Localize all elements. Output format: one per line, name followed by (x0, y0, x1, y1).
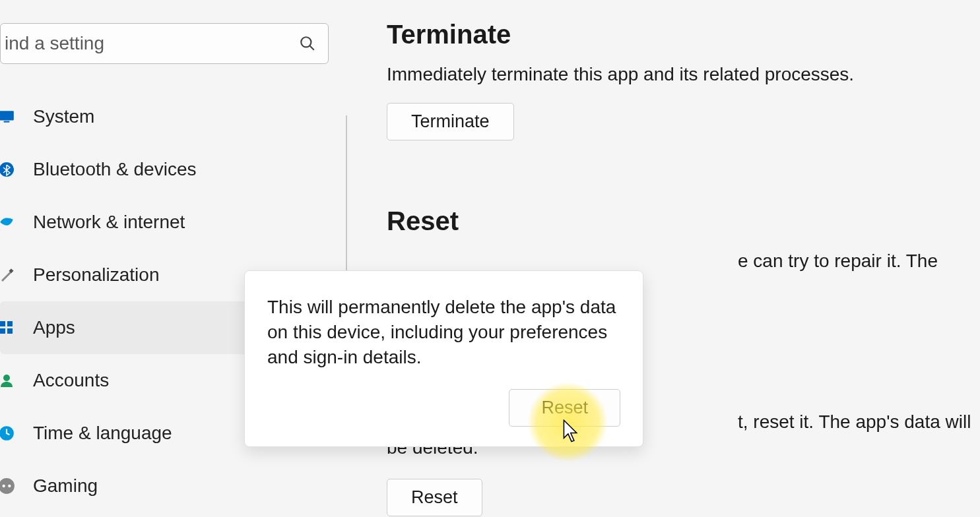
svg-rect-9 (7, 328, 13, 334)
sidebar-item-label: Network & internet (33, 212, 185, 233)
sidebar-item-label: Apps (33, 317, 75, 338)
network-icon (0, 213, 16, 231)
svg-point-12 (0, 478, 15, 494)
svg-rect-7 (7, 321, 13, 326)
sidebar-item-system[interactable]: System (0, 90, 350, 143)
sidebar-item-label: Gaming (33, 475, 98, 497)
svg-rect-6 (0, 321, 5, 326)
sidebar-item-label: Accounts (33, 370, 109, 391)
svg-point-10 (3, 375, 10, 381)
search-input[interactable] (5, 33, 292, 54)
reset-button[interactable]: Reset (387, 479, 482, 516)
search-icon (299, 35, 316, 52)
reset-confirm-flyout: This will permanently delete the app's d… (244, 270, 643, 447)
terminate-heading: Terminate (387, 20, 980, 49)
svg-rect-2 (0, 111, 14, 120)
svg-point-0 (301, 37, 311, 47)
sidebar-item-label: Personalization (33, 264, 159, 286)
svg-rect-3 (4, 121, 10, 123)
svg-point-13 (3, 485, 5, 487)
flyout-message: This will permanently delete the app's d… (267, 295, 620, 369)
flyout-reset-button[interactable]: Reset (509, 389, 620, 427)
sidebar-item-network[interactable]: Network & internet (0, 196, 350, 249)
sidebar-item-gaming[interactable]: Gaming (0, 460, 350, 512)
svg-point-14 (8, 485, 11, 487)
system-icon (0, 107, 16, 126)
terminate-description: Immediately terminate this app and its r… (387, 61, 980, 87)
reset-heading: Reset (387, 206, 980, 236)
terminate-button[interactable]: Terminate (387, 103, 514, 140)
time-icon (0, 424, 16, 442)
sidebar-item-label: System (33, 106, 94, 127)
search-box[interactable] (0, 23, 329, 64)
accounts-icon (0, 371, 16, 390)
svg-line-1 (310, 46, 314, 50)
personalization-icon (0, 266, 16, 284)
sidebar-item-bluetooth[interactable]: Bluetooth & devices (0, 143, 350, 196)
gaming-icon (0, 477, 16, 495)
svg-rect-8 (0, 328, 5, 334)
sidebar-item-label: Bluetooth & devices (33, 159, 197, 180)
bluetooth-icon (0, 160, 16, 179)
vertical-divider (346, 115, 347, 277)
sidebar-item-label: Time & language (33, 423, 172, 444)
apps-icon (0, 319, 16, 337)
terminate-section: Terminate Immediately terminate this app… (387, 20, 980, 140)
